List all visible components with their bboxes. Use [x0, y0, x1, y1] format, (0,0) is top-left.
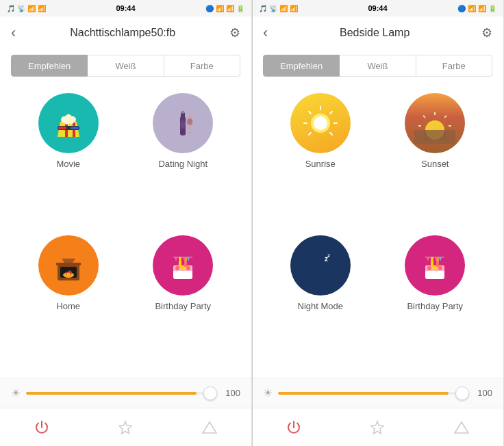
- status-bar-left: 🎵📡📶📶 09:44 🔵📶📶🔋: [0, 0, 251, 16]
- brightness-left: ☀ 100: [0, 378, 251, 408]
- scene-birthday-left[interactable]: Birthday Party: [131, 235, 236, 367]
- page-title-left: Nachttischlampe50:fb: [70, 27, 175, 39]
- scene-birthday-left-label: Birthday Party: [155, 301, 211, 311]
- scene-icon-right: [453, 419, 470, 436]
- brightness-value-right: 100: [473, 388, 492, 398]
- svg-rect-11: [71, 127, 79, 129]
- home-svg: [48, 245, 89, 286]
- page-title-right: Bedside Lamp: [340, 27, 410, 39]
- scene-dating-icon: [153, 93, 213, 153]
- scene-button-left[interactable]: [201, 419, 218, 436]
- tabs-left: Empfehlen Weiß Farbe: [0, 49, 251, 82]
- birthday-left-svg: [162, 245, 203, 286]
- svg-marker-31: [175, 257, 177, 261]
- scene-sunrise-icon: [290, 93, 351, 153]
- svg-rect-48: [424, 130, 446, 140]
- favorite-icon-right: [369, 419, 386, 436]
- sunrise-svg: [300, 103, 341, 144]
- tab-weiss-right[interactable]: Weiß: [340, 55, 416, 77]
- back-button-left[interactable]: ‹: [11, 25, 16, 40]
- settings-icon-left[interactable]: ⚙: [229, 25, 240, 40]
- scene-sunset[interactable]: Sunset: [383, 93, 488, 224]
- slider-fill-right: [278, 392, 449, 395]
- slider-thumb-right[interactable]: [455, 386, 469, 400]
- svg-marker-66: [427, 257, 429, 261]
- tab-empfehlen-right[interactable]: Empfehlen: [263, 55, 340, 77]
- night-svg: z z: [300, 245, 341, 286]
- svg-text:z: z: [327, 252, 330, 259]
- back-button-right[interactable]: ‹: [263, 25, 268, 40]
- svg-marker-35: [119, 421, 131, 434]
- sunset-svg: [414, 103, 455, 144]
- scene-sunset-icon: [405, 93, 465, 153]
- scene-button-right[interactable]: [453, 419, 470, 436]
- bottom-nav-left: [0, 408, 251, 446]
- brightness-icon-left: ☀: [11, 386, 21, 399]
- svg-point-25: [186, 266, 190, 270]
- bottom-nav-right: [252, 408, 503, 446]
- header-left: ‹ Nachttischlampe50:fb ⚙: [0, 16, 251, 49]
- right-panel: 🎵📡📶📶 09:44 🔵📶📶🔋 ‹ Bedside Lamp ⚙ Empfehl…: [252, 0, 504, 446]
- svg-line-52: [423, 116, 425, 118]
- favorite-icon-left: [117, 419, 134, 436]
- svg-point-60: [438, 266, 442, 270]
- tab-farbe-left[interactable]: Farbe: [164, 55, 240, 77]
- slider-track-right[interactable]: [278, 392, 468, 395]
- left-panel: 🎵📡📶📶 09:44 🔵📶📶🔋 ‹ Nachttischlampe50:fb ⚙…: [0, 0, 252, 446]
- tabs-right: Empfehlen Weiß Farbe: [252, 49, 503, 82]
- scene-dating-label: Dating Night: [158, 159, 207, 169]
- scene-night-icon: z z: [290, 235, 351, 296]
- svg-line-50: [444, 116, 446, 118]
- svg-point-24: [181, 266, 185, 270]
- svg-point-38: [314, 116, 327, 130]
- power-button-left[interactable]: [34, 419, 50, 436]
- left-status-icons: 🎵📡📶📶: [7, 5, 46, 12]
- movie-svg: [48, 103, 89, 144]
- tab-empfehlen-left[interactable]: Empfehlen: [11, 55, 88, 77]
- svg-line-43: [309, 133, 311, 135]
- favorite-button-left[interactable]: [117, 419, 134, 436]
- panel-divider: [252, 0, 253, 446]
- svg-point-15: [180, 120, 186, 129]
- scene-night[interactable]: z z Night Mode: [268, 235, 373, 367]
- svg-marker-69: [439, 257, 442, 261]
- scene-grid-right: Sunrise Sunset: [252, 82, 503, 378]
- scene-movie[interactable]: Movie: [16, 93, 121, 224]
- scene-birthday-right[interactable]: Birthday Party: [383, 235, 488, 367]
- svg-line-40: [330, 112, 332, 114]
- scene-night-label: Night Mode: [298, 301, 343, 311]
- brightness-row-left: ☀ 100: [11, 386, 240, 399]
- scene-sunset-label: Sunset: [421, 159, 449, 169]
- slider-track-left[interactable]: [26, 392, 216, 395]
- svg-point-16: [187, 118, 192, 125]
- slider-thumb-left[interactable]: [203, 386, 217, 400]
- power-button-right[interactable]: [286, 419, 302, 436]
- scene-movie-label: Movie: [56, 159, 80, 169]
- scene-home-label: Home: [56, 301, 80, 311]
- scene-home[interactable]: Home: [16, 235, 121, 367]
- settings-icon-right[interactable]: ⚙: [481, 25, 492, 40]
- favorite-button-right[interactable]: [369, 419, 386, 436]
- scene-dating[interactable]: Dating Night: [131, 93, 236, 224]
- power-icon-left: [34, 419, 50, 436]
- scene-movie-icon: [38, 93, 99, 153]
- right-status-icons-right: 🔵📶📶🔋: [457, 5, 496, 12]
- svg-marker-36: [203, 422, 216, 433]
- scene-sunrise[interactable]: Sunrise: [268, 93, 373, 224]
- svg-rect-56: [425, 270, 444, 279]
- svg-point-58: [427, 266, 431, 270]
- scene-birthday-right-label: Birthday Party: [407, 301, 463, 311]
- svg-rect-21: [173, 270, 192, 279]
- brightness-row-right: ☀ 100: [263, 386, 492, 399]
- slider-fill-left: [26, 392, 197, 395]
- brightness-right: ☀ 100: [252, 378, 503, 408]
- scene-icon-left: [201, 419, 218, 436]
- right-status-icons-left: 🔵📶📶🔋: [205, 5, 244, 12]
- svg-point-59: [433, 266, 437, 270]
- scene-home-icon: [38, 235, 99, 296]
- svg-point-8: [68, 118, 74, 124]
- svg-point-23: [175, 266, 179, 270]
- scene-sunrise-label: Sunrise: [305, 159, 336, 169]
- tab-farbe-right[interactable]: Farbe: [416, 55, 492, 77]
- tab-weiss-left[interactable]: Weiß: [88, 55, 164, 77]
